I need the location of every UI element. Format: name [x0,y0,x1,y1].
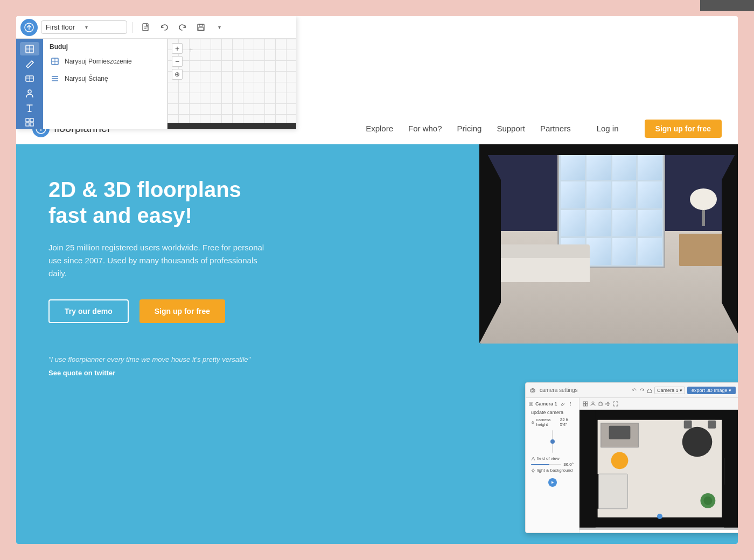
fov-slider-row: 36.0° [529,462,576,467]
editor-logo-button[interactable] [20,19,38,36]
canvas-grid: + − ⊕ + [167,39,296,129]
hero-subtitle: Join 25 million registered users worldwi… [48,241,275,280]
camera-height-row: camera height 22 ft 5'4" [529,416,576,428]
person-icon[interactable] [590,401,596,407]
wall-icon [50,73,60,84]
room-sofa-back [493,244,590,258]
fov-icon [531,457,535,461]
svg-rect-44 [580,410,596,528]
hero-title-line1: 2D & 3D floorplans [48,178,241,201]
svg-rect-35 [684,421,692,429]
play-button-row [529,478,576,487]
grid-view-icon[interactable] [583,401,588,407]
home-icon[interactable] [647,388,652,393]
sidebar-build-icon[interactable] [20,42,39,55]
camera-icon [530,388,535,393]
arrows-icon[interactable] [605,401,611,407]
redo-icon[interactable] [639,388,645,393]
play-button[interactable] [548,478,557,487]
zoom-in-button[interactable]: + [172,43,183,54]
window-pane [587,181,611,208]
camera-panel: camera settings [525,382,738,533]
camera-view-toolbar [580,398,738,410]
undo-button[interactable] [157,20,172,35]
svg-point-34 [682,427,713,457]
redo-button[interactable] [175,20,190,35]
svg-point-33 [611,452,629,469]
nav-link-partners[interactable]: Partners [540,124,571,133]
hero-demo-button[interactable]: Try our demo [48,299,129,323]
light-icon [531,468,535,473]
svg-rect-4 [198,27,204,30]
cube-icon[interactable] [598,401,603,407]
window-pane [612,210,637,237]
nav-links: Explore For who? Pricing Support Partner… [366,120,722,138]
save-button[interactable] [193,20,208,35]
svg-rect-42 [580,410,738,418]
room-icon [50,56,60,67]
svg-point-19 [570,403,571,404]
window-pane [561,181,585,208]
topdown-room-svg [580,410,738,528]
light-bg-label: light & background [537,468,573,473]
undo-icon[interactable] [632,388,637,393]
hero-signup-button[interactable]: Sign up for free [139,299,225,323]
zoom-out-button[interactable]: − [172,56,183,67]
new-file-button[interactable] [138,20,153,35]
sidebar-text-icon[interactable] [20,101,39,114]
sidebar-draw-icon[interactable] [20,57,39,70]
camera-panel-header: camera settings [526,383,738,398]
sidebar-grid-icon[interactable] [20,116,39,129]
nav-link-pricing[interactable]: Pricing [457,124,482,133]
editor-overlay: First floor ▾ [16,16,296,129]
panel-item-room-label: Narysuj Pomieszczenie [65,58,132,65]
svg-rect-10 [26,123,29,126]
hero-quote-link[interactable]: See quote on twitter [48,369,115,377]
more-options-button[interactable]: ▾ [212,20,227,35]
svg-point-27 [592,402,594,404]
fov-value: 36.0° [563,462,574,467]
nav-link-support[interactable]: Support [497,124,525,133]
export-button[interactable]: export 3D Image ▾ [687,387,736,394]
floor-selector-label: First floor [46,23,83,31]
topdown-room-container [580,410,738,530]
editor-canvas[interactable]: + − ⊕ + [167,39,296,129]
room-lamp [690,188,717,221]
nav-link-explore[interactable]: Explore [366,124,393,133]
svg-point-7 [28,90,31,93]
edit-icon[interactable] [561,402,565,406]
floor-selector[interactable]: First floor ▾ [41,20,127,34]
play-icon [551,481,554,484]
editor-sidebar [16,39,43,129]
sidebar-people-icon[interactable] [20,86,39,100]
fov-slider[interactable] [531,464,561,465]
height-slider[interactable] [552,430,553,453]
nav-link-forwho[interactable]: For who? [408,124,442,133]
window-pane [587,153,611,180]
camera-position-dot [657,514,662,519]
camera-panel-body: Camera 1 update camera [526,398,738,533]
svg-rect-32 [609,426,631,439]
hero-3d-render [479,144,738,344]
nav-login-link[interactable]: Log in [597,124,619,133]
nav-signup-button[interactable]: Sign up for free [645,120,722,138]
editor-toolbar: First floor ▾ [16,16,296,39]
svg-rect-24 [586,402,588,404]
more-icon[interactable] [568,402,573,406]
svg-rect-45 [724,410,738,528]
update-camera-item[interactable]: update camera [529,409,576,416]
fov-row: field of view [529,455,576,462]
svg-rect-16 [529,403,533,405]
svg-point-18 [570,402,571,403]
svg-point-15 [532,390,534,391]
slider-handle [550,439,555,444]
expand-icon[interactable] [613,401,618,407]
compass-button[interactable]: ⊕ [172,69,183,80]
camera-selector[interactable]: Camera 1 ▾ [654,387,685,394]
page-wrapper: First floor ▾ [16,16,738,544]
lock-icon [531,420,535,424]
room-top-edge [479,144,738,155]
window-pane [587,210,611,237]
sidebar-rooms-icon[interactable] [20,72,39,85]
window-pane [612,153,637,180]
